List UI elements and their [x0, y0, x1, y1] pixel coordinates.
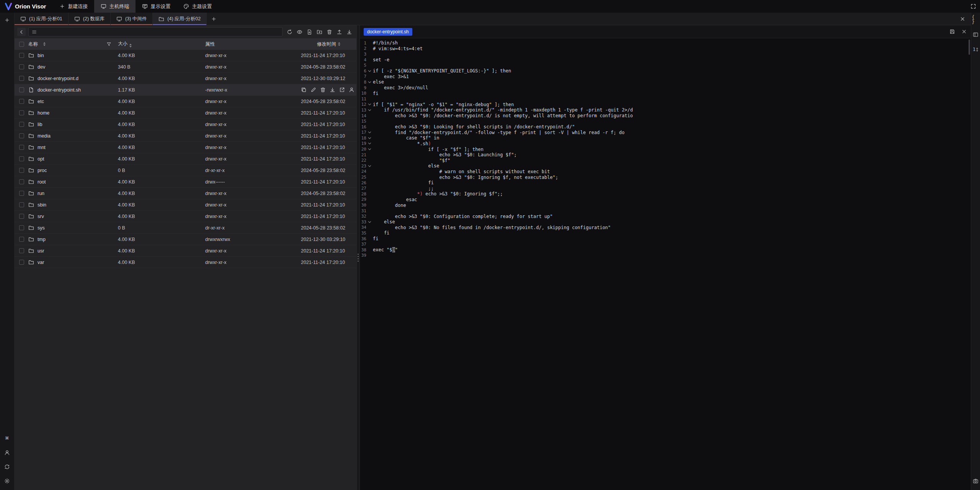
row-checkbox[interactable] — [19, 225, 24, 230]
file-name[interactable]: run — [38, 191, 44, 196]
code-line[interactable]: 32 echo >&3 "$0: Configuration complete;… — [360, 213, 971, 219]
file-name[interactable]: mnt — [38, 145, 46, 150]
code-line[interactable]: 25 echo >&3 "$0: Ignoring $f, not execut… — [360, 174, 971, 180]
fold-chevron-icon[interactable] — [366, 220, 373, 224]
file-name[interactable]: docker-entrypoint.d — [38, 76, 78, 81]
table-row[interactable]: docker-entrypoint.d4.00 KBdrwxr-xr-x2021… — [15, 73, 356, 84]
file-name[interactable]: proc — [38, 168, 47, 173]
code-line[interactable]: 2# vim:sw=4:ts=4:et — [360, 46, 971, 52]
fold-chevron-icon[interactable] — [366, 147, 373, 151]
code-line[interactable]: 39 — [360, 253, 971, 259]
close-all-tabs-button[interactable] — [954, 13, 971, 25]
code-line[interactable]: 34 echo >&3 "$0: No files found in /dock… — [360, 225, 971, 231]
table-row[interactable]: root4.00 KBdrwx------2021-11-24 17:20:10 — [15, 176, 356, 188]
code-line[interactable]: 18 case "$f" in — [360, 135, 971, 141]
table-row[interactable]: tmp4.00 KBdrwxrwxrwx2021-12-30 03:29:10 — [15, 234, 356, 245]
code-line[interactable]: 13 if /usr/bin/find "/docker-entrypoint.… — [360, 107, 971, 113]
tab-3[interactable]: (3) 中间件 — [111, 13, 153, 25]
file-name[interactable]: lib — [38, 122, 42, 127]
fold-chevron-icon[interactable] — [366, 108, 373, 112]
code-line[interactable]: 30 done — [360, 202, 971, 208]
code-line[interactable]: 16 echo >&3 "$0: Looking for shell scrip… — [360, 124, 971, 130]
code-line[interactable]: 8else — [360, 79, 971, 85]
column-header-mtime[interactable]: 修改时间 — [301, 41, 356, 48]
file-name[interactable]: opt — [38, 156, 44, 162]
code-line[interactable]: 33 else — [360, 219, 971, 225]
code-line[interactable]: 11 — [360, 96, 971, 102]
menu-new-connection[interactable]: 新建连接 — [53, 0, 94, 13]
screenshot-button[interactable] — [972, 477, 980, 485]
row-checkbox[interactable] — [19, 53, 24, 58]
edit-button[interactable] — [310, 87, 316, 93]
sort-caret-icon[interactable] — [43, 42, 46, 46]
fold-chevron-icon[interactable] — [366, 164, 373, 168]
row-checkbox[interactable] — [19, 156, 24, 161]
file-name[interactable]: etc — [38, 99, 44, 104]
row-checkbox[interactable] — [19, 133, 24, 138]
code-line[interactable]: 21 echo >&3 "$0: Launching $f"; — [360, 152, 971, 158]
code-editor[interactable]: 1#!/bin/sh2# vim:sw=4:ts=4:et34set -e56i… — [360, 38, 971, 490]
code-line[interactable]: 12if [ "$1" = "nginx" -o "$1" = "nginx-d… — [360, 102, 971, 108]
row-checkbox[interactable] — [19, 99, 24, 104]
fold-chevron-icon[interactable] — [366, 131, 373, 134]
row-checkbox[interactable] — [19, 110, 24, 115]
row-checkbox[interactable] — [19, 260, 24, 265]
code-line[interactable]: 4set -e — [360, 57, 971, 63]
row-checkbox[interactable] — [19, 64, 24, 69]
code-line[interactable]: 1#!/bin/sh — [360, 40, 971, 46]
code-line[interactable]: 35 fi — [360, 230, 971, 236]
download-button[interactable] — [346, 29, 352, 35]
delete-button[interactable] — [320, 87, 326, 93]
code-line[interactable]: 10fi — [360, 90, 971, 96]
code-line[interactable]: 26 fi — [360, 180, 971, 186]
code-line[interactable]: 37 — [360, 241, 971, 247]
row-checkbox[interactable] — [19, 168, 24, 173]
tab-1[interactable]: (1) 应用-分析01 — [15, 13, 69, 25]
table-row[interactable]: opt4.00 KBdrwxr-xr-x2021-11-24 17:20:10 — [15, 153, 356, 165]
code-line[interactable]: 24 # warn on shell scripts without exec … — [360, 169, 971, 175]
app-logo[interactable]: Orion Visor — [0, 0, 53, 13]
code-line[interactable]: 31 — [360, 208, 971, 214]
table-row[interactable]: etc4.00 KBdrwxr-xr-x2024-05-28 23:58:02 — [15, 96, 356, 107]
code-line[interactable]: 29 esac — [360, 197, 971, 203]
toggle-hidden-button[interactable] — [297, 29, 302, 35]
upload-button[interactable] — [336, 29, 342, 35]
add-tab-button[interactable] — [207, 13, 220, 25]
menu-theme-settings[interactable]: 主题设置 — [177, 0, 218, 13]
fold-chevron-icon[interactable] — [366, 142, 373, 145]
code-line[interactable]: 27 ;; — [360, 185, 971, 191]
row-checkbox[interactable] — [19, 248, 24, 253]
code-line[interactable]: 22 "$f" — [360, 157, 971, 163]
command-snippet-button[interactable]: ⌘ — [3, 434, 11, 442]
file-name[interactable]: sbin — [38, 202, 46, 208]
code-line[interactable]: 23 else — [360, 163, 971, 169]
code-line[interactable]: 36fi — [360, 236, 971, 242]
code-line[interactable]: 6if [ -z "${NGINX_ENTRYPOINT_QUIET_LOGS:… — [360, 68, 971, 74]
table-row[interactable]: home4.00 KBdrwxr-xr-x2021-11-24 17:20:10 — [15, 107, 356, 119]
code-line[interactable]: 38exec "$@" — [360, 247, 971, 253]
delete-button[interactable] — [327, 29, 332, 35]
file-name[interactable]: dev — [38, 64, 45, 70]
table-row[interactable]: usr4.00 KBdrwxr-xr-x2021-11-24 17:20:10 — [15, 245, 356, 257]
file-name[interactable]: var — [38, 260, 44, 265]
code-line[interactable]: 17 find "/docker-entrypoint.d/" -follow … — [360, 130, 971, 136]
column-header-size[interactable]: 大小 — [118, 41, 205, 48]
table-row[interactable]: sys0 Bdr-xr-xr-x2024-05-28 23:58:02 — [15, 222, 356, 234]
row-checkbox[interactable] — [19, 202, 24, 207]
new-connection-button[interactable] — [3, 16, 11, 24]
row-checkbox[interactable] — [19, 145, 24, 150]
row-checkbox[interactable] — [19, 237, 24, 242]
code-line[interactable]: 20 if [ -x "$f" ]; then — [360, 146, 971, 152]
move-button[interactable] — [339, 87, 345, 93]
table-row[interactable]: var4.00 KBdrwxr-xr-x2021-11-24 17:20:10 — [15, 257, 356, 268]
fold-chevron-icon[interactable] — [366, 80, 373, 84]
fold-chevron-icon[interactable] — [366, 103, 373, 106]
table-row[interactable]: mnt4.00 KBdrwxr-xr-x2021-11-24 17:20:10 — [15, 142, 356, 153]
fullscreen-icon[interactable] — [970, 3, 976, 9]
file-name[interactable]: tmp — [38, 237, 46, 242]
code-line[interactable]: 3 — [360, 51, 971, 57]
editor-scrollbar[interactable] — [969, 39, 970, 55]
new-file-button[interactable] — [307, 29, 312, 35]
row-checkbox[interactable] — [19, 87, 24, 92]
back-button[interactable] — [17, 28, 26, 36]
